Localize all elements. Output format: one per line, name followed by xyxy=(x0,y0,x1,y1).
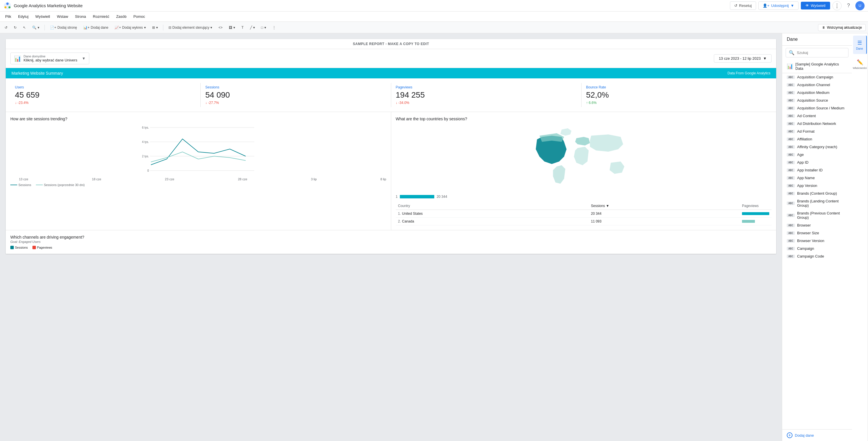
field-ad-distribution-network[interactable]: ABC Ad Distribution Network xyxy=(782,120,852,127)
redo-button[interactable]: ↻ xyxy=(11,24,19,31)
field-acquisition-channel[interactable]: ABC Acquisition Channel xyxy=(782,81,852,89)
data-source-arrow-icon: ▼ xyxy=(82,56,86,61)
menu-bar: Plik Edytuj Wyświetl Wstaw Strona Rozmie… xyxy=(0,11,868,22)
add-data-button[interactable]: 📊+ Dodaj dane xyxy=(81,24,111,31)
menu-item-resource[interactable]: Zasób xyxy=(113,13,129,20)
add-data-label: Dodaj dane xyxy=(795,433,814,438)
sessions-legend-color xyxy=(10,246,14,249)
kpi-row: Users 45 659 ↓ -23.4% Sessions 54 090 ↓ … xyxy=(6,78,776,112)
code-button[interactable]: <> xyxy=(216,24,225,31)
field-name: Browser Size xyxy=(797,231,819,235)
toolbar: ↺ ↻ ↖ 🔍 ▾ 📄+ Dodaj stronę 📊+ Dodaj dane … xyxy=(0,22,868,33)
field-name: Browser xyxy=(797,223,811,227)
field-acquisition-source[interactable]: ABC Acquisition Source xyxy=(782,96,852,104)
control-chevron-icon: ▾ xyxy=(210,26,212,30)
field-affinity-category[interactable]: ABC Affinity Category (reach) xyxy=(782,143,852,151)
menu-item-insert[interactable]: Wstaw xyxy=(54,13,71,20)
field-ad-format[interactable]: ABC Ad Format xyxy=(782,127,852,135)
svg-point-3 xyxy=(9,6,11,8)
sessions-2: 11 093 xyxy=(589,217,740,225)
shape-button[interactable]: □ ▾ xyxy=(259,24,268,31)
field-type-badge: ABC xyxy=(787,239,795,243)
field-acquisition-medium[interactable]: ABC Acquisition Medium xyxy=(782,89,852,96)
bar-legend: Sessions Pageviews xyxy=(10,246,772,249)
reset-button[interactable]: ↺ Resetuj xyxy=(730,1,756,10)
field-ad-content[interactable]: ABC Ad Content xyxy=(782,112,852,120)
field-brands-previous[interactable]: ABC Brands (Previous Content Group) xyxy=(782,209,852,222)
field-acquisition-source-medium[interactable]: ABC Acquisition Source / Medium xyxy=(782,104,852,112)
tab-properties[interactable]: ✏️ Właściwości xyxy=(853,55,867,74)
svg-point-2 xyxy=(5,6,7,8)
field-app-installer-id[interactable]: ABC App Installer ID xyxy=(782,166,852,174)
search-input[interactable] xyxy=(797,51,845,55)
widget-chevron-icon: ▾ xyxy=(156,26,158,30)
more-icon: ⋮ xyxy=(834,3,840,9)
pause-updates-button[interactable]: ⏸ Wstrzymaj aktualizacje xyxy=(818,24,866,31)
zoom-button[interactable]: 🔍 ▾ xyxy=(30,24,42,31)
separator-1 xyxy=(44,25,45,30)
field-app-version[interactable]: ABC App Version xyxy=(782,182,852,189)
search-box[interactable]: 🔍 xyxy=(786,48,848,57)
undo-button[interactable]: ↺ xyxy=(2,24,10,31)
menu-item-view[interactable]: Wyświetl xyxy=(32,13,53,20)
field-app-name[interactable]: ABC App Name xyxy=(782,174,852,182)
field-name: Campaign xyxy=(797,246,814,251)
field-browser[interactable]: ABC Browser xyxy=(782,222,852,229)
menu-item-arrange[interactable]: Rozmieść xyxy=(90,13,112,20)
menu-item-page[interactable]: Strona xyxy=(72,13,89,20)
image-button[interactable]: 🖼 ▾ xyxy=(226,24,237,31)
share-chevron-icon: ▼ xyxy=(790,3,794,8)
kpi-pageviews-value: 194 255 xyxy=(396,90,577,99)
field-name: Campaign Code xyxy=(797,254,824,258)
map-bar-value: 20 344 xyxy=(437,195,447,199)
data-panel-title: Dane xyxy=(787,37,798,42)
kpi-sessions-label: Sessions xyxy=(205,85,386,89)
data-source-selector[interactable]: 📊 Dane domyślne Kliknij, aby wybrać dane… xyxy=(10,53,89,64)
data-source-item[interactable]: 📊 [Sample] Google Analytics Data xyxy=(782,60,852,73)
kpi-pageviews-label: Pageviews xyxy=(396,85,577,89)
field-campaign-code[interactable]: ABC Campaign Code xyxy=(782,253,852,260)
field-type-badge: ABC xyxy=(787,83,795,87)
add-chart-button[interactable]: 📈+ Dodaj wykres ▾ xyxy=(112,24,148,31)
country-rank-1: 1.United States xyxy=(396,210,589,217)
separator-2 xyxy=(163,25,163,30)
field-app-id[interactable]: ABC App ID xyxy=(782,158,852,166)
select-tool-button[interactable]: ↖ xyxy=(21,24,28,31)
field-brands-content[interactable]: ABC Brands (Content Group) xyxy=(782,189,852,197)
more-tools-button[interactable]: ⋮ xyxy=(270,24,278,31)
add-control-button[interactable]: ⊟ Dodaj element sterujący ▾ xyxy=(166,24,215,31)
field-affiliation[interactable]: ABC Affiliation xyxy=(782,135,852,143)
field-name: Ad Distribution Network xyxy=(797,121,836,126)
chart-chevron-icon: ▾ xyxy=(144,26,146,30)
field-age[interactable]: ABC Age xyxy=(782,151,852,158)
line-chart: 6 tys. 4 tys. 2 tys. 0 xyxy=(10,125,386,176)
pause-icon: ⏸ xyxy=(822,26,825,30)
control-icon: ⊟ xyxy=(168,26,172,30)
view-button[interactable]: 👁 Wyświetl xyxy=(801,2,830,9)
date-range-selector[interactable]: 13 cze 2023 - 12 lip 2023 ▼ xyxy=(714,54,772,63)
text-button[interactable]: T xyxy=(239,24,246,31)
more-options-button[interactable]: ⋮ xyxy=(832,1,842,10)
engagement-section: Which channels are driving engagement? G… xyxy=(6,230,776,254)
add-page-button[interactable]: 📄+ Dodaj stronę xyxy=(48,24,79,31)
field-name: Affiliation xyxy=(797,137,812,141)
kpi-sessions: Sessions 54 090 ↓ -27.7% xyxy=(200,83,391,107)
avatar[interactable]: U xyxy=(856,1,865,10)
country-table: Country Sessions ▼ Pageviews 1.United St… xyxy=(396,202,772,225)
menu-item-file[interactable]: Plik xyxy=(2,13,14,20)
line-button[interactable]: ╱ ▾ xyxy=(248,24,257,31)
tab-data[interactable]: ☰ Dane xyxy=(853,36,867,54)
kpi-users-value: 45 659 xyxy=(15,90,196,99)
add-widget-button[interactable]: ⊞ ▾ xyxy=(150,24,160,31)
menu-item-edit[interactable]: Edytuj xyxy=(15,13,31,20)
add-data-btn[interactable]: + Dodaj dane xyxy=(782,429,852,441)
help-button[interactable]: ? xyxy=(844,1,853,10)
field-brands-landing[interactable]: ABC Brands (Landing Content Group) xyxy=(782,197,852,209)
field-acquisition-campaign[interactable]: ABC Acquisition Campaign xyxy=(782,73,852,81)
menu-item-help[interactable]: Pomoc xyxy=(131,13,148,20)
field-browser-version[interactable]: ABC Browser Version xyxy=(782,237,852,245)
share-button[interactable]: 👤+ Udostępnij ▼ xyxy=(758,1,799,10)
field-browser-size[interactable]: ABC Browser Size xyxy=(782,229,852,237)
field-campaign[interactable]: ABC Campaign xyxy=(782,245,852,253)
sessions-col-header[interactable]: Sessions ▼ xyxy=(589,202,740,210)
